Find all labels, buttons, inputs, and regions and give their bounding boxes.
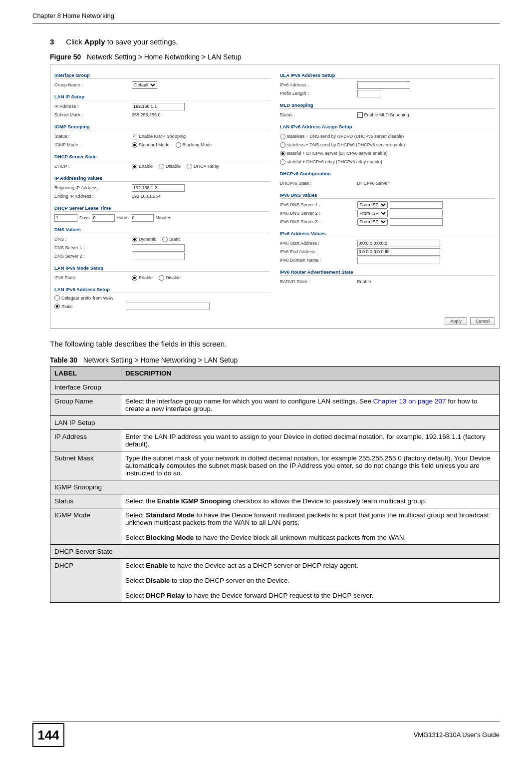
dns-static-radio[interactable]: Static [162, 237, 181, 242]
lease-days-input[interactable] [54, 214, 77, 222]
page-footer: 144 VMG1312-B10A User's Guide [32, 722, 500, 747]
chapter-header: Chapter 8 Home Networking [32, 12, 114, 19]
table-title: Network Setting > Home Networking > LAN … [83, 356, 238, 364]
row-dhcp-desc: Select Enable to have the Device act as … [121, 559, 500, 603]
lease-days-label: Days [79, 215, 90, 220]
sect-v6-addr-setup: LAN IPv6 Address Setup [54, 287, 270, 293]
v6dns3-input[interactable] [390, 218, 443, 226]
dhcp-disable-radio[interactable]: Disable [159, 164, 181, 169]
row-ip-address-desc: Enter the LAN IP address you want to ass… [121, 430, 500, 451]
igmp-mode-label: IGMP Mode : [54, 142, 132, 147]
sect-lan-ip: LAN IP Setup [54, 94, 270, 100]
v6domain-input[interactable] [357, 257, 440, 264]
description-table: LABEL DESCRIPTION Interface Group Group … [50, 366, 500, 603]
v6end-input[interactable] [357, 248, 440, 256]
cancel-button[interactable]: Cancel [470, 317, 495, 325]
begin-ip-input[interactable] [132, 184, 185, 192]
th-label: LABEL [50, 367, 121, 380]
igmp-enable-checkbox[interactable]: ✓Enable IGMP Snooping [132, 134, 186, 139]
lease-min-label: Minutes [156, 215, 172, 220]
group-name-select[interactable]: Default [132, 81, 157, 89]
v6conf-label: DHCPv6 State : [280, 181, 357, 186]
end-ip-label: Ending IP Address : [54, 194, 132, 199]
ip-address-input[interactable] [132, 103, 185, 110]
dhcp-relay-radio[interactable]: DHCP Relay [187, 164, 219, 169]
assign-opt4-radio[interactable]: stateful + DHCPv6 relay (DHCPv6 relay en… [280, 159, 382, 165]
mld-enable-checkbox[interactable]: Enable MLD Snooping [357, 112, 409, 118]
static-radio[interactable]: Static [54, 304, 73, 309]
igmp-status-label: Status : [54, 134, 132, 139]
prefix-input[interactable] [357, 90, 380, 97]
igmp-mode-blocking-radio[interactable]: Blocking Mode [176, 142, 212, 148]
igmp-mode-standard-radio[interactable]: Standard Mode [132, 142, 170, 148]
sect-v6-mode: LAN IPv6 Mode Setup [54, 265, 270, 272]
v6start-label: IPv6 Start Address : [280, 241, 357, 246]
radvd-value: Enable [357, 279, 371, 284]
figure-title: Network Setting > Home Networking > LAN … [87, 53, 242, 61]
assign-opt3-radio[interactable]: stateful + DHCPv6 server (DHCPv6 server … [280, 151, 388, 156]
lease-hours-label: Hours [117, 215, 129, 220]
sect-v6-vals: IPv6 Address Values [280, 231, 496, 237]
v6-addr-input[interactable] [357, 81, 410, 89]
row-status-desc: Select the Enable IGMP Snooping checkbox… [121, 494, 500, 508]
v6dns2-label: IPv6 DNS Server 2 : [280, 211, 357, 216]
group-name-label: Group Name : [54, 82, 132, 87]
assign-opt2-radio[interactable]: stateless + DNS send by DHCPv6 (DHCPv6 s… [280, 142, 405, 148]
apply-button[interactable]: Apply [445, 317, 467, 325]
v6-state-label: IPv6 State: [54, 275, 132, 280]
table-caption: Table 30 Network Setting > Home Networki… [50, 356, 500, 364]
v6dns2-input[interactable] [390, 210, 443, 217]
assign-opt1-radio[interactable]: stateless + DNS send by RADVD (DHCPv6 se… [280, 134, 404, 139]
dns-label: DNS : [54, 237, 132, 242]
begin-ip-label: Beginning IP Address : [54, 185, 132, 190]
lease-hours-input[interactable] [92, 214, 115, 222]
step-text-bold: Apply [84, 37, 105, 46]
dns2-input[interactable] [132, 253, 185, 260]
row-group-name-label: Group Name [50, 394, 121, 416]
sect-lease-time: DHCP Server Lease Time [54, 205, 270, 212]
page-number: 144 [32, 723, 64, 747]
v6-disable-radio[interactable]: Disable [159, 275, 181, 281]
v6dns1-label: IPv6 DNS Server 1 : [280, 202, 357, 207]
figure-label: Figure 50 [50, 53, 81, 61]
sect-radvd: IPv6 Router Advertisement State [280, 269, 496, 276]
v6domain-label: IPv6 Domain Name : [280, 258, 357, 263]
v6dns3-select[interactable]: From ISP [357, 218, 388, 226]
sect-igmp-snooping: IGMP Snooping [54, 124, 270, 130]
row-subnet-label: Subnet Mask [50, 451, 121, 480]
guide-label: VMG1312-B10A User's Guide [414, 731, 500, 739]
v6start-input[interactable] [357, 240, 440, 247]
row-dhcp-label: DHCP [50, 559, 121, 603]
row-igmp-snooping: IGMP Snooping [50, 480, 500, 494]
sect-v6-conf: DHCPv6 Configuration [280, 171, 496, 177]
sect-ula: ULA IPv6 Address Setup [280, 72, 496, 79]
dhcp-enable-radio[interactable]: Enable [132, 164, 153, 169]
row-group-name-desc: Select the interface group name for whic… [121, 394, 500, 416]
v6dns1-input[interactable] [390, 201, 443, 209]
dhcp-label: DHCP : [54, 164, 132, 169]
table-label: Table 30 [50, 356, 77, 364]
chapter-13-link[interactable]: Chapter 13 on page 207 [373, 397, 446, 405]
header-rule [32, 23, 500, 23]
v6-static-input[interactable] [127, 303, 210, 310]
row-lan-ip-setup: LAN IP Setup [50, 416, 500, 430]
v6end-label: IPv6 End Address : [280, 249, 357, 254]
row-subnet-desc: Type the subnet mask of your network in … [121, 451, 500, 480]
step-number: 3 [50, 37, 64, 46]
dns-dynamic-radio[interactable]: Dynamic [132, 237, 156, 242]
sect-v6-dns: IPv6 DNS Values [280, 192, 496, 199]
row-status-label: Status [50, 494, 121, 508]
figure-caption: Figure 50 Network Setting > Home Network… [50, 53, 500, 61]
row-igmp-mode-label: IGMP Mode [50, 508, 121, 545]
v6dns2-select[interactable]: From ISP [357, 210, 388, 217]
row-igmp-mode-desc: Select Standard Mode to have the Device … [121, 508, 500, 545]
lan-setup-screenshot: Interface Group Group Name : Default LAN… [50, 64, 500, 329]
lease-min-input[interactable] [131, 214, 154, 222]
v6conf-value: DHCPv6 Server [357, 181, 389, 186]
dns1-input[interactable] [132, 244, 185, 252]
v6dns1-select[interactable]: From ISP [357, 201, 388, 209]
sect-mld: MLD Snooping [280, 102, 496, 109]
delegate-prefix-radio[interactable]: Delegate prefix from WAN [54, 295, 113, 301]
sect-interface-group: Interface Group [54, 72, 270, 79]
v6-enable-radio[interactable]: Enable [132, 275, 153, 281]
